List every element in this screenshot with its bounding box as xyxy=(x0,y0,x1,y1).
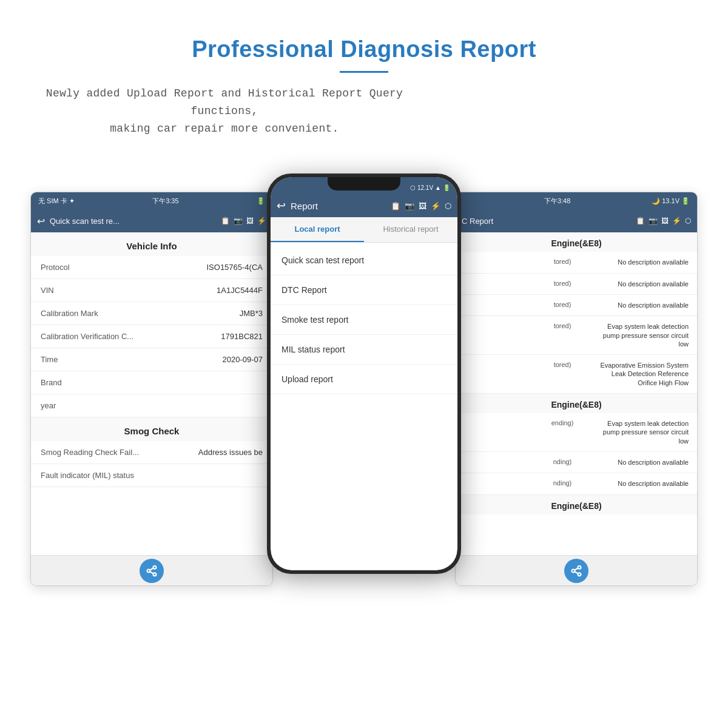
right-status-bar: 下午3:48 🌙 13.1V 🔋 xyxy=(456,192,697,209)
svg-line-3 xyxy=(150,571,153,573)
table-row: ending) Evap system leak detection pump … xyxy=(456,413,697,452)
left-nav-title: Quick scan test re... xyxy=(50,217,216,226)
svg-point-2 xyxy=(153,573,157,576)
year-label: year xyxy=(41,401,56,410)
right-tablet: 下午3:48 🌙 13.1V 🔋 C Report 📋 📷 🖼 ⚡ ⬡ xyxy=(455,192,698,586)
time-label: Time xyxy=(41,355,58,364)
right-status-right: 🌙 13.1V 🔋 xyxy=(652,197,690,205)
left-status-bar: 无 SIM 卡 ✦ 下午3:35 🔋 xyxy=(31,192,272,209)
vehicle-info-header: Vehicle Info xyxy=(31,232,272,256)
left-share-button[interactable] xyxy=(140,559,164,583)
image-icon[interactable]: 🖼 xyxy=(246,217,254,225)
list-item[interactable]: Quick scan test report xyxy=(271,246,457,275)
table-row: nding) No description available xyxy=(456,452,697,473)
table-row: Smog Reading Check Fail... Address issue… xyxy=(31,441,272,464)
screens-container: 无 SIM 卡 ✦ 下午3:35 🔋 ↩ Quick scan test re.… xyxy=(30,180,698,604)
left-content: Vehicle Info Protocol ISO15765-4(CA VIN … xyxy=(31,232,272,555)
subtitle: Newly added Upload Report and Historical… xyxy=(12,85,437,137)
svg-point-0 xyxy=(153,566,157,569)
phone-notch xyxy=(328,177,400,190)
center-phone: ⬡ 12.1V ▲ 🔋 ↩ Report 📋 📷 🖼 ⚡ ⬡ xyxy=(267,174,461,574)
left-status-center: 下午3:35 xyxy=(152,197,178,206)
engine-header-2: Engine(&E8) xyxy=(456,394,697,413)
cal-mark-label: Calibration Mark xyxy=(41,309,98,318)
left-back-icon[interactable]: ↩ xyxy=(37,215,45,227)
table-row: tored) Evaporative Emission System Leak … xyxy=(456,355,697,394)
engine-header-3: Engine(&E8) xyxy=(456,495,697,514)
table-row: tored) No description available xyxy=(456,252,697,273)
battery-icon: 🔋 xyxy=(443,184,450,191)
vin-label: VIN xyxy=(41,286,54,295)
vin-value: 1A1JC5444F xyxy=(217,286,263,295)
list-item[interactable]: Upload report xyxy=(271,365,457,394)
protocol-value: ISO15765-4(CA xyxy=(207,263,263,272)
svg-point-1 xyxy=(147,569,150,572)
phone-status-right: ⬡ 12.1V ▲ 🔋 xyxy=(410,184,450,191)
table-row: Calibration Verification C... 1791BC821 xyxy=(31,325,272,348)
list-item[interactable]: MIL status report xyxy=(271,335,457,365)
right-battery: 🔋 xyxy=(681,197,690,205)
list-item[interactable]: Smoke test report xyxy=(271,305,457,335)
right-nav-icons: 📋 📷 🖼 ⚡ ⬡ xyxy=(636,217,691,225)
right-content: Engine(&E8) tored) No description availa… xyxy=(456,232,697,555)
moon-icon: 🌙 xyxy=(652,197,660,205)
camera-icon[interactable]: 📷 xyxy=(405,201,414,211)
svg-point-5 xyxy=(578,566,581,569)
table-row: tored) No description available xyxy=(456,295,697,316)
phone-report-list: Quick scan test report DTC Report Smoke … xyxy=(271,243,457,397)
time-value: 2020-09-07 xyxy=(223,355,263,364)
table-row: VIN 1A1JC5444F xyxy=(31,279,272,302)
svg-line-9 xyxy=(575,568,578,570)
right-bt-icon[interactable]: ⬡ xyxy=(685,217,691,225)
mil-label: Fault indicator (MIL) status xyxy=(41,471,134,480)
title-underline xyxy=(340,71,388,73)
camera-icon[interactable]: 📷 xyxy=(234,217,243,225)
edit-icon[interactable]: 📋 xyxy=(221,217,230,225)
smog-fail-label: Smog Reading Check Fail... xyxy=(41,448,139,457)
left-nav: ↩ Quick scan test re... 📋 📷 🖼 ⚡ xyxy=(31,209,272,232)
report-icon[interactable]: 📋 xyxy=(391,201,400,211)
torch-icon[interactable]: ⚡ xyxy=(431,201,440,211)
svg-line-4 xyxy=(150,568,153,570)
table-row: Calibration Mark JMB*3 xyxy=(31,302,272,325)
left-bottom-bar xyxy=(31,555,272,585)
right-edit-icon[interactable]: 📋 xyxy=(636,217,645,225)
bluetooth-indicator: ⬡ xyxy=(410,184,416,191)
right-share-button[interactable] xyxy=(564,559,588,583)
image-icon[interactable]: 🖼 xyxy=(419,201,426,211)
page-title: Professional Diagnosis Report xyxy=(12,36,716,62)
right-nav: C Report 📋 📷 🖼 ⚡ ⬡ xyxy=(456,209,697,232)
right-status-center: 下午3:48 xyxy=(544,197,570,206)
left-tablet: 无 SIM 卡 ✦ 下午3:35 🔋 ↩ Quick scan test re.… xyxy=(30,192,273,586)
cal-ver-value: 1791BC821 xyxy=(221,332,263,341)
phone-back-button[interactable]: ↩ xyxy=(277,199,286,212)
smog-fail-value: Address issues be xyxy=(198,448,263,457)
right-image-icon[interactable]: 🖼 xyxy=(661,217,669,225)
phone-nav-title: Report xyxy=(291,201,386,211)
protocol-label: Protocol xyxy=(41,263,70,272)
right-camera-icon[interactable]: 📷 xyxy=(649,217,658,225)
engine-header-1: Engine(&E8) xyxy=(456,232,697,252)
bt-icon[interactable]: ⬡ xyxy=(445,201,451,211)
tab-local-report[interactable]: Local report xyxy=(271,217,364,242)
list-item[interactable]: DTC Report xyxy=(271,275,457,305)
torch-icon[interactable]: ⚡ xyxy=(257,217,266,225)
svg-line-8 xyxy=(575,571,578,573)
table-row: Brand xyxy=(31,371,272,394)
left-nav-icons: 📋 📷 🖼 ⚡ xyxy=(221,217,266,225)
table-row: nding) No description available xyxy=(456,473,697,494)
table-row: tored) Evap system leak detection pump p… xyxy=(456,316,697,355)
phone-tab-bar: Local report Historical report xyxy=(271,217,457,243)
right-voltage: 13.1V xyxy=(662,197,679,204)
wifi-icon: ▲ xyxy=(435,184,441,191)
cal-ver-label: Calibration Verification C... xyxy=(41,332,133,341)
tab-historical-report[interactable]: Historical report xyxy=(364,217,457,242)
right-torch-icon[interactable]: ⚡ xyxy=(672,217,681,225)
right-bottom-bar xyxy=(456,555,697,585)
smog-check-header: Smog Check xyxy=(31,417,272,441)
cal-mark-value: JMB*3 xyxy=(240,309,263,318)
left-status-right: 🔋 xyxy=(257,197,265,205)
brand-label: Brand xyxy=(41,378,62,387)
table-row: Time 2020-09-07 xyxy=(31,348,272,371)
phone-nav-bar: ↩ Report 📋 📷 🖼 ⚡ ⬡ xyxy=(271,194,457,217)
